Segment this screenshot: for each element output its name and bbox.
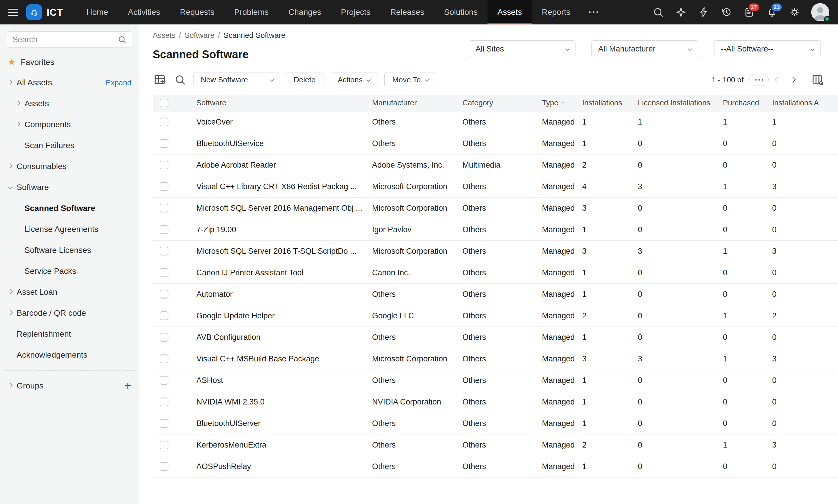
column-header-manufacturer[interactable]: Manufacturer	[372, 95, 462, 111]
column-header-software[interactable]: Software	[196, 95, 372, 111]
column-header-type[interactable]: Type↑	[542, 95, 582, 111]
row-checkbox[interactable]	[160, 440, 168, 449]
column-header-licensed-installations[interactable]: Licensed Installations	[638, 95, 723, 111]
sidebar-item-software-licenses[interactable]: Software Licenses	[0, 240, 139, 261]
prev-page-button[interactable]	[772, 78, 784, 82]
cell-software[interactable]: Automator	[196, 284, 372, 305]
row-checkbox[interactable]	[160, 118, 168, 126]
hamburger-menu-button[interactable]	[0, 0, 26, 24]
gear-icon[interactable]	[788, 6, 801, 18]
cell-software[interactable]: AOSPushRelay	[196, 456, 372, 477]
cell-software[interactable]: ASHost	[196, 370, 372, 391]
sidebar-item-license-agreements[interactable]: License Agreements	[0, 219, 139, 240]
cell-software[interactable]: BluetoothUIService	[196, 133, 372, 154]
row-checkbox[interactable]	[160, 139, 168, 148]
row-checkbox[interactable]	[160, 419, 168, 428]
sparkle-icon[interactable]	[675, 6, 687, 18]
tasks-icon[interactable]: 27	[743, 6, 755, 18]
search-icon[interactable]	[118, 35, 126, 44]
row-checkbox[interactable]	[160, 376, 168, 385]
sidebar-item-favorites[interactable]: Favorites	[7, 54, 132, 70]
new-software-dropdown[interactable]	[264, 78, 279, 81]
row-checkbox[interactable]	[160, 182, 168, 191]
sidebar-search-input[interactable]	[13, 35, 118, 44]
row-checkbox[interactable]	[160, 161, 168, 169]
delete-button[interactable]: Delete	[286, 72, 323, 87]
bell-icon[interactable]: 23	[766, 6, 778, 18]
breadcrumb-segment[interactable]: Assets	[153, 31, 175, 40]
filter-all-manufacturer[interactable]: All Manufacturer	[592, 40, 698, 57]
sidebar-item-acknowledgements[interactable]: Acknowledgements	[0, 344, 139, 365]
nav-item-home[interactable]: Home	[76, 0, 118, 24]
sidebar-item-assets[interactable]: Assets	[0, 93, 139, 114]
lightning-icon[interactable]	[698, 6, 710, 18]
new-software-button[interactable]: New Software	[193, 72, 279, 87]
sidebar-item-barcode-qr-code[interactable]: Barcode / QR code	[0, 303, 139, 324]
row-checkbox[interactable]	[160, 462, 168, 471]
total-count-button[interactable]	[749, 74, 769, 86]
user-avatar[interactable]	[811, 3, 829, 21]
next-page-button[interactable]	[787, 78, 799, 82]
select-all-checkbox[interactable]	[160, 98, 168, 107]
row-checkbox[interactable]	[160, 333, 168, 342]
row-checkbox[interactable]	[160, 397, 168, 406]
sidebar-item-groups[interactable]: Groups+	[0, 375, 139, 396]
cell-software[interactable]: Adobe Acrobat Reader	[196, 154, 372, 176]
sidebar-item-service-packs[interactable]: Service Packs	[0, 261, 139, 282]
row-checkbox[interactable]	[160, 268, 168, 277]
nav-item-problems[interactable]: Problems	[224, 0, 278, 24]
column-header-category[interactable]: Category	[462, 95, 542, 111]
row-checkbox[interactable]	[160, 290, 168, 299]
sidebar-item-consumables[interactable]: Consumables	[0, 156, 139, 177]
cell-software[interactable]: Microsoft SQL Server 2016 T-SQL ScriptDo…	[196, 240, 372, 262]
row-checkbox[interactable]	[160, 225, 168, 234]
search-icon[interactable]	[652, 6, 664, 18]
list-search-icon[interactable]	[173, 73, 187, 87]
cell-software[interactable]: Visual C++ Library CRT X86 Redist Packag…	[196, 176, 372, 197]
row-checkbox[interactable]	[160, 247, 168, 255]
cell-software[interactable]: AVB Configuration	[196, 326, 372, 348]
column-header-installations-a[interactable]: Installations A	[772, 95, 838, 111]
sidebar-item-replenishment[interactable]: Replenishment	[0, 324, 139, 344]
row-checkbox[interactable]	[160, 355, 168, 363]
nav-item-releases[interactable]: Releases	[380, 0, 434, 24]
nav-item-assets[interactable]: Assets	[488, 0, 532, 24]
actions-button[interactable]: Actions	[330, 72, 378, 87]
table-view-icon[interactable]	[153, 73, 167, 87]
cell-software[interactable]: Visual C++ MSBuild Base Package	[196, 348, 372, 370]
cell-software[interactable]: Google Update Helper	[196, 305, 372, 326]
nav-item-changes[interactable]: Changes	[278, 0, 331, 24]
nav-item-solutions[interactable]: Solutions	[434, 0, 488, 24]
row-checkbox[interactable]	[160, 204, 168, 212]
cell-software[interactable]: Microsoft SQL Server 2016 Management Obj…	[196, 197, 372, 219]
nav-item-requests[interactable]: Requests	[170, 0, 224, 24]
nav-item-activities[interactable]: Activities	[118, 0, 170, 24]
move-to-button[interactable]: Move To	[384, 72, 436, 87]
cell-software[interactable]: NVIDIA WMI 2.35.0	[196, 391, 372, 413]
cell-software[interactable]: BluetoothUIServer	[196, 413, 372, 434]
sidebar-item-all-assets[interactable]: All AssetsExpand	[0, 72, 139, 93]
sidebar-item-scan-failures[interactable]: Scan Failures	[0, 135, 139, 156]
sidebar-item-scanned-software[interactable]: Scanned Software	[0, 198, 139, 219]
cell-software[interactable]: VoiceOver	[196, 111, 372, 133]
column-header-installations[interactable]: Installations	[582, 95, 638, 111]
filter-all-sites[interactable]: All Sites	[469, 40, 576, 57]
breadcrumb-segment[interactable]: Software	[185, 31, 215, 40]
add-group-button[interactable]: +	[124, 380, 132, 392]
sidebar-item-software[interactable]: Software	[0, 177, 139, 198]
column-header-purchased[interactable]: Purchased	[723, 95, 772, 111]
cell-software[interactable]: KerberosMenuExtra	[196, 434, 372, 456]
filter-all-software[interactable]: --All Software--	[714, 40, 821, 57]
expand-link[interactable]: Expand	[106, 78, 132, 87]
cell-software[interactable]: Canon IJ Printer Assistant Tool	[196, 262, 372, 284]
nav-more-button[interactable]	[580, 0, 607, 24]
history-icon[interactable]	[720, 6, 733, 18]
breadcrumb-segment[interactable]: Scanned Software	[223, 31, 285, 40]
row-checkbox[interactable]	[160, 311, 168, 320]
column-chooser-button[interactable]	[810, 73, 825, 87]
sidebar-item-components[interactable]: Components	[0, 114, 139, 135]
sidebar-item-asset-loan[interactable]: Asset Loan	[0, 282, 139, 303]
nav-item-reports[interactable]: Reports	[532, 0, 580, 24]
cell-software[interactable]: 7-Zip 19.00	[196, 219, 372, 240]
nav-item-projects[interactable]: Projects	[331, 0, 380, 24]
